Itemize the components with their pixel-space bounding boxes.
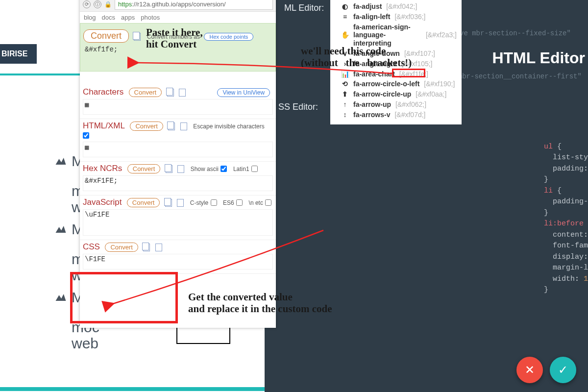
icon-name: fa-american-sign-language-interpreting — [353, 23, 421, 48]
icon-glyph: ↑ — [341, 100, 349, 109]
icon-glyph: 📊 — [341, 70, 349, 78]
info-icon[interactable]: ⓘ — [94, 0, 101, 8]
copy-icon[interactable] — [165, 199, 172, 207]
lock-icon: 🔒 — [104, 1, 112, 8]
doc-icon[interactable] — [177, 165, 184, 173]
hex-code-points-pill[interactable]: Hex code points — [204, 33, 253, 41]
javascript-label: JavaScript — [83, 197, 122, 207]
icon-code: [&#xf036;] — [394, 13, 425, 21]
hex-ncr-label: Hex NCRs — [83, 164, 122, 173]
doc-icon[interactable] — [179, 89, 186, 97]
cstyle-checkbox[interactable] — [211, 199, 217, 206]
copy-icon[interactable] — [167, 89, 174, 97]
confirm-fab[interactable]: ✓ — [550, 357, 576, 383]
characters-output[interactable]: ▦ — [83, 99, 273, 115]
showascii-label: Show ascii — [191, 166, 219, 172]
doc-icon[interactable] — [180, 122, 187, 130]
icon-name: fa-arrow-up — [353, 100, 391, 109]
copy-icon[interactable] — [143, 244, 150, 251]
css-code-block[interactable]: ul { list-style: none; padding: 0; } li … — [544, 130, 588, 296]
es6-checkbox[interactable] — [236, 199, 243, 206]
reload-icon[interactable]: ⟳ — [83, 0, 91, 8]
latin1-label: Latin1 — [233, 166, 249, 172]
icon-name: fa-arrow-circle-up — [353, 90, 411, 98]
icon-name: fa-adjust — [353, 2, 382, 11]
icon-name: fa-align-left — [353, 13, 390, 21]
view-uniview-button[interactable]: View in UniView — [217, 88, 270, 97]
icon-name: fa-area-chart — [353, 70, 395, 78]
icon-list-item[interactable]: ✋fa-american-sign-language-interpreting … — [341, 22, 457, 49]
hex-output[interactable]: &#xF1FE; — [83, 175, 273, 191]
es6-label: ES6 — [223, 199, 234, 206]
latin1-checkbox[interactable] — [251, 166, 258, 172]
annotation-paste: Paste it here, hit Convert — [146, 26, 203, 50]
doc-icon[interactable] — [155, 244, 162, 251]
icon-list-item[interactable]: ⬆fa-arrow-circle-up [&#xf0aa;] — [341, 89, 457, 99]
icon-list-item[interactable]: ⟲fa-arrow-circle-o-left [&#xf190;] — [341, 79, 457, 89]
highlight-box-code — [392, 69, 425, 77]
icon-code: [&#xf07d;] — [394, 111, 425, 119]
code-fragment: r mbr-section__container--first" — [450, 73, 582, 80]
js-convert-button[interactable]: Convert — [127, 198, 160, 207]
icon-glyph: ≡ — [341, 13, 349, 21]
icon-glyph: ◐ — [341, 2, 349, 11]
highlight-box-css — [70, 272, 178, 323]
convert-button[interactable]: Convert — [83, 29, 129, 43]
icon-list-item[interactable]: ◐fa-adjust [&#xf042;] — [341, 1, 457, 12]
css-label: CSS — [83, 242, 100, 252]
doc-icon[interactable] — [177, 199, 184, 207]
annotation-need-code: we'll need this code (without the bracke… — [301, 45, 412, 69]
brand-badge: BIRISE — [0, 44, 37, 64]
js-output[interactable]: \uF1FE — [83, 209, 273, 236]
icon-glyph: ⟲ — [341, 80, 349, 88]
url-field[interactable]: https://r12a.github.io/apps/conversion/ — [115, 0, 273, 10]
icon-glyph: ↕ — [341, 111, 349, 119]
cancel-fab[interactable]: ✕ — [516, 357, 543, 383]
characters-section: Characters Convert View in UniView ▦ — [80, 85, 276, 119]
nav-blog[interactable]: blog — [84, 14, 96, 21]
nnetc-checkbox[interactable] — [265, 199, 271, 206]
icon-name: fa-arrow-circle-o-left — [353, 80, 419, 88]
nav-docs[interactable]: docs — [102, 14, 115, 21]
css-editor-label: SS Editor: — [278, 102, 318, 112]
icon-code: [&#xf062;] — [395, 100, 426, 109]
annotation-replace: Get the converted value and replace it i… — [188, 291, 332, 315]
hex-ncr-section: Hex NCRs Convert Show ascii Latin1 &#xF1… — [80, 162, 276, 196]
html-convert-button[interactable]: Convert — [130, 122, 163, 131]
icon-glyph: ⬆ — [341, 90, 349, 98]
copy-icon[interactable] — [134, 33, 141, 41]
css-section: CSS Convert \F1FE — [80, 240, 276, 274]
html-editor-title: HTML Editor — [492, 49, 585, 67]
characters-label: Characters — [83, 87, 123, 97]
escape-checkbox[interactable] — [83, 132, 89, 139]
icon-name: fa-arrows-v — [353, 111, 390, 119]
icon-list-item[interactable]: ↕fa-arrows-v [&#xf07d;] — [341, 110, 457, 120]
icon-glyph: ✋ — [341, 31, 349, 39]
html-xml-section: HTML/XML Convert Escape invisible charac… — [80, 119, 276, 162]
showascii-checkbox[interactable] — [220, 166, 227, 172]
html-output[interactable]: ▦ — [83, 142, 273, 157]
nav-links: blog docs apps photos — [80, 12, 276, 23]
nav-photos[interactable]: photos — [141, 14, 160, 21]
address-bar: ⟳ ⓘ 🔒 https://r12a.github.io/apps/conver… — [80, 0, 276, 12]
css-convert-button[interactable]: Convert — [105, 243, 138, 252]
nav-apps[interactable]: apps — [121, 14, 135, 21]
icon-code: [&#xf042;] — [386, 2, 417, 11]
icon-list-item[interactable]: ≡fa-align-left [&#xf036;] — [341, 12, 457, 22]
hex-convert-button[interactable]: Convert — [127, 164, 161, 173]
css-output[interactable]: \F1FE — [83, 254, 273, 270]
icon-code: [&#xf190;] — [424, 80, 455, 88]
escape-label: Escape invisible characters — [193, 123, 264, 130]
icon-list-item[interactable]: ↑fa-arrow-up [&#xf062;] — [341, 99, 457, 110]
icon-code: [&#xf0aa;] — [416, 90, 446, 98]
cstyle-label: C-style — [190, 199, 208, 206]
copy-icon[interactable] — [168, 122, 175, 130]
characters-convert-button[interactable]: Convert — [129, 88, 162, 97]
copy-icon[interactable] — [166, 165, 172, 173]
code-fragment: ve mbr-section--fixed-size" — [460, 29, 571, 37]
icon-code: [&#xf2a3;] — [426, 31, 457, 39]
html-xml-label: HTML/XML — [83, 121, 125, 131]
html-editor-label: ML Editor: — [284, 3, 324, 13]
javascript-section: JavaScript Convert C-style ES6 \n etc \u… — [80, 196, 276, 240]
nnetc-label: \n etc — [249, 199, 263, 206]
